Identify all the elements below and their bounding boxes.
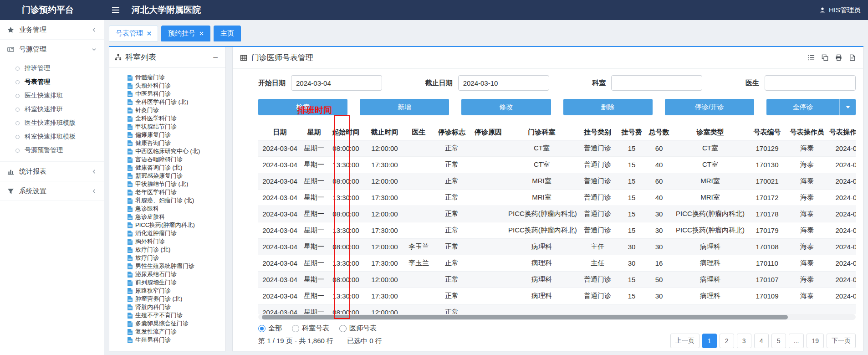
sidebar-item-settings[interactable]: 系统设置	[0, 181, 104, 201]
sidebar-subitem[interactable]: 号表管理	[0, 75, 104, 89]
table-row[interactable]: 2024-03-04 星期一 13:30:00 17:30:00 正常 病理科 …	[258, 288, 856, 304]
tree-item[interactable]: 偏瘫康复门诊	[128, 131, 223, 139]
collapse-panel-button[interactable]: −	[211, 53, 220, 62]
horizontal-scrollbar[interactable]	[258, 314, 856, 320]
department-input[interactable]	[611, 75, 702, 91]
tree-item[interactable]: 复发性流产门诊	[128, 328, 223, 336]
tree-item[interactable]: 甲状腺结节门诊 (北)	[128, 180, 223, 188]
tree-item[interactable]: 中西医临床研究中心 (北)	[128, 147, 223, 155]
pagination-button[interactable]: 2	[720, 334, 734, 348]
tree-item[interactable]: 肿瘤营养门诊 (北)	[128, 295, 223, 303]
tree-item[interactable]: 尿路狭窄门诊	[128, 287, 223, 295]
column-header[interactable]: 医生	[404, 125, 434, 140]
radio-option[interactable]: 全部	[258, 324, 282, 333]
tree-item[interactable]: 全科医学科门诊	[128, 114, 223, 123]
pagination-button[interactable]: 3	[737, 334, 751, 348]
tree-item[interactable]: 健康咨询门诊 (北)	[128, 164, 223, 172]
table-row[interactable]: 2024-03-04 星期一 13:30:00 17:30:00 正常 PICC…	[258, 222, 856, 238]
table-row[interactable]: 2024-03-04 星期一 08:00:00 12:00:00 正常 病理科 …	[258, 271, 856, 288]
tree-item[interactable]: 甲状腺结节门诊	[128, 123, 223, 131]
tree-item[interactable]: PICC换药(肿瘤内科北)	[128, 221, 223, 229]
close-tab-icon[interactable]	[147, 31, 151, 36]
table-row[interactable]: 2024-03-04 星期一 13:30:00 17:30:00 正常 CT室 …	[258, 156, 856, 173]
column-header[interactable]: 截止时间	[365, 125, 404, 140]
tree-item[interactable]: 消化道肿瘤门诊	[128, 229, 223, 237]
tree-item[interactable]: 健康咨询门诊	[128, 139, 223, 147]
tree-item[interactable]: 胸外科门诊	[128, 237, 223, 246]
table-row[interactable]: 2024-03-04 星期一 08:00:00 12:00:00 正常 MRI室…	[258, 173, 856, 189]
tree-item[interactable]: 放疗门诊 (北)	[128, 246, 223, 254]
pagination-button[interactable]: 4	[754, 334, 769, 348]
print-button[interactable]	[835, 54, 842, 61]
list-view-button[interactable]	[808, 54, 815, 61]
action-button[interactable]: 检索	[258, 99, 347, 115]
sidebar-item-source[interactable]: 号源管理	[0, 40, 104, 59]
tab[interactable]: 号表管理	[109, 26, 158, 41]
pagination-button[interactable]: 上一页	[670, 334, 700, 348]
export-button[interactable]	[849, 54, 856, 61]
tree-item[interactable]: 泌尿系结石门诊	[128, 270, 223, 278]
table-row[interactable]: 2024-03-04 星期一 08:00:00 12:00:00 正常 PICC…	[258, 206, 856, 222]
sidebar-subitem[interactable]: 医生快速排班模版	[0, 116, 104, 130]
user-menu[interactable]: HIS管理员	[819, 6, 868, 15]
column-header[interactable]: 星期	[301, 125, 327, 140]
column-header[interactable]: 起始时间	[327, 125, 365, 140]
start-date-input[interactable]	[291, 75, 382, 91]
column-header[interactable]: 总号数	[645, 125, 673, 140]
pagination-button[interactable]: 下一页	[827, 334, 856, 348]
close-tab-icon[interactable]	[199, 31, 204, 36]
column-header[interactable]: 挂号费	[618, 125, 645, 140]
tab[interactable]: 主页	[214, 26, 241, 41]
column-header[interactable]: 号表操作员	[786, 125, 827, 140]
tree-item[interactable]: 生殖不孕不育门诊	[128, 311, 223, 319]
pagination-button[interactable]: ...	[789, 334, 804, 348]
copy-button[interactable]	[822, 54, 828, 61]
table-row[interactable]: 2024-03-04 星期一 13:30:00 17:30:00 李玉兰 正常 …	[258, 255, 856, 271]
tree-item[interactable]: 新冠感染康复门诊	[128, 172, 223, 180]
radio-option[interactable]: 医师号表	[339, 324, 377, 333]
sidebar-subitem[interactable]: 科室快速排班	[0, 103, 104, 116]
tree-item[interactable]: 头颈外科门诊	[128, 82, 223, 90]
sidebar-subitem[interactable]: 号源预警管理	[0, 144, 104, 157]
tree-item[interactable]: 放疗门诊	[128, 254, 223, 262]
action-button[interactable]: 修改	[461, 99, 551, 115]
table-row[interactable]: 2024-03-04 星期一 13:30:00 17:30:00 正常 MRI室…	[258, 189, 856, 206]
tree-item[interactable]: 前列腺增生门诊	[128, 278, 223, 287]
tree-item[interactable]: 针灸门诊	[128, 106, 223, 114]
stop-all-button[interactable]: 全停诊	[766, 99, 856, 115]
tree-item[interactable]: 肾脏内科门诊	[128, 303, 223, 311]
sidebar-item-business[interactable]: 业务管理	[0, 20, 104, 40]
tree-item[interactable]: 言语吞咽障碍门诊	[128, 155, 223, 164]
sidebar-subitem[interactable]: 医生快速排班	[0, 89, 104, 103]
column-header[interactable]: 停诊原因	[470, 125, 506, 140]
column-header[interactable]: 诊室类型	[673, 125, 748, 140]
column-header[interactable]: 挂号类别	[577, 125, 618, 140]
column-header[interactable]: 号表编号	[748, 125, 786, 140]
column-header[interactable]: 门诊科室	[506, 125, 577, 140]
sidebar-subitem[interactable]: 排班管理	[0, 62, 104, 75]
column-header[interactable]: 日期	[258, 125, 301, 140]
tab[interactable]: 预约挂号	[161, 26, 210, 41]
action-button[interactable]: 删除	[563, 99, 653, 115]
doctor-input[interactable]	[765, 75, 856, 91]
action-button[interactable]: 新增	[360, 99, 449, 115]
table-row[interactable]: 2024-03-04 星期一 08:00:00 12:00:00 正常 CT室 …	[258, 140, 856, 156]
end-date-input[interactable]	[458, 75, 549, 91]
column-header[interactable]: 号表操作时间	[827, 125, 856, 140]
table-row[interactable]: 2024-03-04 星期一 08:00:00 12:00:00 李玉兰 正常 …	[258, 238, 856, 255]
tree-item[interactable]: 乳腺癌、妇瘤门诊 (北)	[128, 196, 223, 205]
tree-item[interactable]: 多囊卵巢综合征门诊	[128, 319, 223, 328]
tree-item[interactable]: 全科医学科门诊 (北)	[128, 98, 223, 106]
table-row[interactable]: 2024-03-04 星期一 08:00:00 12:00:00 正常	[258, 304, 856, 314]
dropdown-toggle[interactable]	[839, 99, 856, 115]
tree-item[interactable]: 骨髓瘤门诊	[128, 73, 223, 82]
sidebar-item-reports[interactable]: 统计报表	[0, 162, 104, 181]
tree-item[interactable]: 急诊眼科	[128, 205, 223, 213]
pagination-button[interactable]: 19	[807, 334, 824, 348]
sidebar-subitem[interactable]: 科室快速排班模板	[0, 130, 104, 144]
tree-item[interactable]: 老年医学科门诊	[128, 188, 223, 196]
action-button[interactable]: 停诊/开诊	[665, 99, 754, 115]
column-header[interactable]: 停诊标志	[434, 125, 470, 140]
scrollbar-thumb[interactable]	[262, 315, 788, 319]
hamburger-menu-icon[interactable]	[112, 7, 120, 13]
